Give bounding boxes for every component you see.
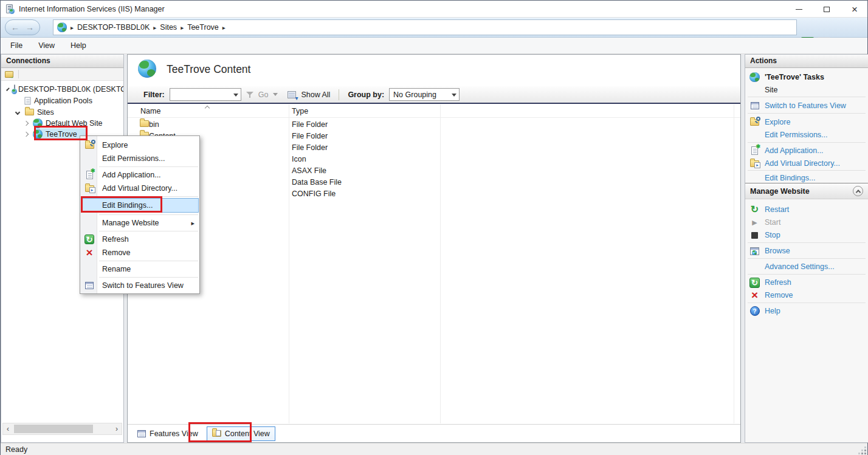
action-add-application[interactable]: Add Application... xyxy=(745,145,868,157)
chevron-collapsed-icon[interactable] xyxy=(24,120,29,125)
file-row[interactable]: Data Base File xyxy=(128,176,734,188)
new-connection-icon[interactable] xyxy=(5,71,13,78)
context-manage-website[interactable]: Manage Website xyxy=(80,216,199,230)
context-label[interactable]: Manage Website xyxy=(102,219,159,227)
menu-view[interactable]: View xyxy=(38,41,55,50)
show-all-button[interactable]: Show All xyxy=(301,91,330,99)
context-remove[interactable]: Remove xyxy=(80,246,199,259)
action-label[interactable]: Edit Bindings... xyxy=(765,174,815,182)
action-label[interactable]: Edit Permissions... xyxy=(765,131,828,139)
file-row[interactable]: bin File Folder xyxy=(128,118,734,130)
context-edit-permissions[interactable]: Edit Permissions... xyxy=(80,152,199,165)
maximize-button[interactable] xyxy=(813,1,841,18)
action-stop[interactable]: Stop xyxy=(745,229,868,241)
action-refresh[interactable]: Refresh xyxy=(745,276,868,289)
tree-label-teetrove[interactable]: TeeTrove xyxy=(46,130,77,139)
context-label[interactable]: Explore xyxy=(102,141,128,149)
menu-file[interactable]: File xyxy=(10,41,22,50)
close-icon xyxy=(852,4,858,15)
action-advanced-settings[interactable]: Advanced Settings... xyxy=(745,261,868,273)
tab-content-view[interactable]: Content View xyxy=(207,426,275,441)
action-label[interactable]: Switch to Features View xyxy=(765,101,846,110)
context-label[interactable]: Rename xyxy=(102,265,131,273)
go-button[interactable]: Go xyxy=(258,91,269,99)
context-label[interactable]: Edit Bindings... xyxy=(102,201,153,210)
tree-item-application-pools[interactable]: Application Pools xyxy=(1,95,123,106)
breadcrumb-teetrove[interactable]: TeeTrove xyxy=(187,23,219,32)
tree-item-sites[interactable]: Sites xyxy=(1,106,123,118)
menu-help[interactable]: Help xyxy=(71,41,86,50)
context-edit-bindings[interactable]: Edit Bindings... xyxy=(80,199,199,212)
file-row[interactable]: CONFIG File xyxy=(128,188,734,199)
action-label[interactable]: Advanced Settings... xyxy=(765,262,835,271)
context-label[interactable]: Remove xyxy=(102,248,131,257)
action-label[interactable]: Refresh xyxy=(765,278,791,287)
action-edit-bindings[interactable]: Edit Bindings... xyxy=(745,172,868,184)
context-rename[interactable]: Rename xyxy=(80,262,199,276)
forward-button[interactable]: → xyxy=(26,20,34,35)
context-label[interactable]: Add Virtual Directory... xyxy=(102,184,177,193)
tree-label-default-web-site[interactable]: Default Web Site xyxy=(46,119,103,128)
tree-label-application-pools[interactable]: Application Pools xyxy=(34,97,92,105)
breadcrumb[interactable]: DESKTOP-TBBDL0K Sites TeeTrove xyxy=(53,19,797,35)
action-restart[interactable]: Restart xyxy=(745,204,868,216)
context-label[interactable]: Add Application... xyxy=(102,171,161,179)
tree-item-default-web-site[interactable]: Default Web Site xyxy=(1,117,123,129)
file-row[interactable]: Icon xyxy=(128,153,734,165)
context-add-application[interactable]: Add Application... xyxy=(80,168,199,182)
close-button[interactable] xyxy=(841,1,868,18)
tab-features-view[interactable]: Features View xyxy=(133,426,203,441)
combo-caret-icon[interactable] xyxy=(452,94,456,97)
action-add-virtual-directory[interactable]: Add Virtual Directory... xyxy=(745,157,868,169)
action-browse[interactable]: Browse xyxy=(745,245,868,257)
scroll-left-arrow[interactable]: ‹ xyxy=(3,423,13,434)
action-switch-to-features-view[interactable]: Switch to Features View xyxy=(745,100,868,112)
column-header-name[interactable]: Name xyxy=(140,107,160,115)
context-add-virtual-directory[interactable]: Add Virtual Directory... xyxy=(80,182,199,195)
column-header-type[interactable]: Type xyxy=(292,107,308,115)
context-label[interactable]: Refresh xyxy=(102,235,129,244)
tree-label-server[interactable]: DESKTOP-TBBDL0K (DESKTOP xyxy=(18,85,123,94)
minimize-button[interactable] xyxy=(785,1,813,18)
chevron-collapsed-icon[interactable] xyxy=(24,131,29,136)
context-label[interactable]: Switch to Features View xyxy=(102,281,184,290)
context-switch-to-features-view[interactable]: Switch to Features View xyxy=(80,279,199,292)
go-dropdown-caret[interactable] xyxy=(273,93,278,96)
context-label[interactable]: Edit Permissions... xyxy=(102,154,165,163)
resize-grip[interactable] xyxy=(864,453,866,454)
action-label[interactable]: Help xyxy=(765,307,780,315)
filter-input[interactable] xyxy=(170,88,241,101)
file-row[interactable]: File Folder xyxy=(128,142,734,153)
file-row[interactable]: Content File Folder xyxy=(128,130,734,142)
action-label[interactable]: Explore xyxy=(765,118,790,126)
file-row[interactable]: ASAX File xyxy=(128,165,734,176)
combo-caret-icon[interactable] xyxy=(233,94,238,97)
context-refresh[interactable]: Refresh xyxy=(80,233,199,246)
scrollbar-thumb[interactable] xyxy=(14,425,93,433)
action-label[interactable]: Browse xyxy=(765,247,790,255)
back-button[interactable]: ← xyxy=(11,20,19,35)
context-explore[interactable]: Explore xyxy=(80,139,199,152)
chevron-expanded-icon[interactable] xyxy=(15,109,20,114)
scroll-right-arrow[interactable]: › xyxy=(112,423,122,434)
chevron-expanded-icon[interactable] xyxy=(6,87,10,91)
tree-label-sites[interactable]: Sites xyxy=(37,108,54,117)
tree-item-server[interactable]: DESKTOP-TBBDL0K (DESKTOP xyxy=(1,83,123,95)
start-icon xyxy=(749,219,760,227)
group-by-select[interactable]: No Grouping xyxy=(389,88,460,101)
action-label[interactable]: Remove xyxy=(765,291,793,299)
action-help[interactable]: ? Help xyxy=(745,305,868,317)
breadcrumb-server[interactable]: DESKTOP-TBBDL0K xyxy=(77,23,150,32)
action-label[interactable]: Stop xyxy=(765,231,780,239)
action-label[interactable]: Restart xyxy=(765,205,789,214)
view-tab-bar: Features View Content View xyxy=(128,424,740,442)
horizontal-scrollbar[interactable]: ‹ › xyxy=(2,423,122,435)
collapse-button[interactable] xyxy=(853,186,863,196)
breadcrumb-sites[interactable]: Sites xyxy=(160,23,177,32)
action-label[interactable]: Add Virtual Directory... xyxy=(765,159,840,168)
action-explore[interactable]: Explore xyxy=(745,116,868,128)
browse-globe-icon xyxy=(752,250,757,255)
action-remove[interactable]: Remove xyxy=(745,289,868,301)
action-label[interactable]: Add Application... xyxy=(765,146,824,155)
action-edit-permissions[interactable]: Edit Permissions... xyxy=(745,129,868,141)
